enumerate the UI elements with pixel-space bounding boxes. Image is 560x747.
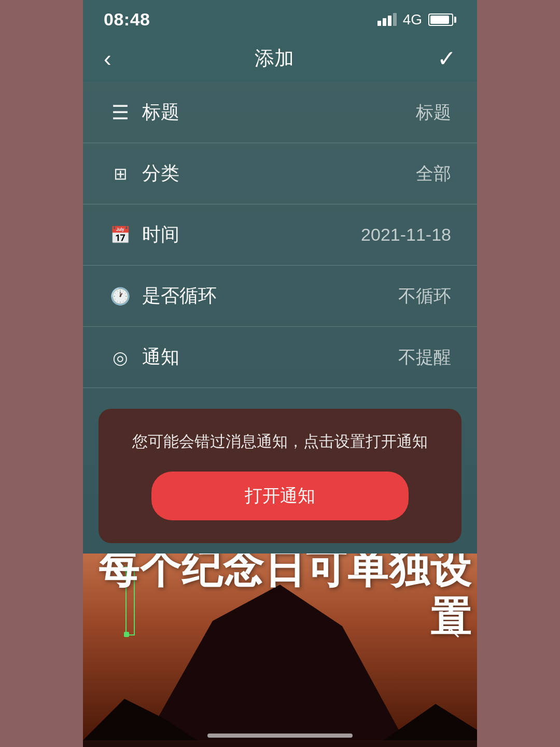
notification-card: 您可能会错过消息通知，点击设置打开通知 打开通知 bbox=[99, 409, 461, 543]
title-icon: ☰ bbox=[109, 101, 132, 124]
page-title: 添加 bbox=[255, 45, 294, 72]
battery-body bbox=[428, 13, 453, 26]
time-icon: 📅 bbox=[109, 225, 132, 245]
network-type: 4G bbox=[403, 11, 422, 28]
nav-bar: ‹ 添加 ✓ bbox=[83, 35, 477, 82]
form-area: ☰ 标题 标题 ⊞ 分类 全部 📅 时间 bbox=[83, 82, 477, 747]
title-row[interactable]: ☰ 标题 标题 bbox=[83, 82, 477, 143]
category-icon: ⊞ bbox=[109, 164, 132, 184]
signal-bars-icon bbox=[377, 13, 397, 26]
time-value: 2021-11-18 bbox=[361, 225, 451, 245]
status-icons: 4G bbox=[377, 11, 456, 28]
signal-bar-3 bbox=[388, 16, 391, 26]
notify-icon: ◎ bbox=[109, 347, 132, 368]
phone-ui: 08:48 4G bbox=[83, 0, 477, 747]
repeat-row-left: 🕐 是否循环 bbox=[109, 283, 217, 309]
repeat-label: 是否循环 bbox=[142, 283, 217, 309]
title-value: 标题 bbox=[416, 101, 451, 125]
status-time: 08:48 bbox=[104, 9, 150, 30]
repeat-row[interactable]: 🕐 是否循环 不循环 bbox=[83, 266, 477, 327]
title-row-left: ☰ 标题 bbox=[109, 100, 179, 125]
category-value: 全部 bbox=[416, 162, 451, 186]
back-button[interactable]: ‹ bbox=[104, 46, 111, 72]
home-indicator bbox=[207, 734, 353, 738]
caption-text: 每个纪念日可单独设置 bbox=[83, 554, 477, 642]
category-row[interactable]: ⊞ 分类 全部 bbox=[83, 143, 477, 204]
time-row[interactable]: 📅 时间 2021-11-18 bbox=[83, 204, 477, 266]
title-label: 标题 bbox=[142, 100, 179, 125]
battery-fill bbox=[430, 16, 449, 24]
signal-bar-1 bbox=[377, 21, 381, 26]
open-notification-button[interactable]: 打开通知 bbox=[151, 472, 409, 520]
signal-bar-2 bbox=[383, 18, 386, 26]
confirm-button[interactable]: ✓ bbox=[437, 45, 456, 72]
status-bar: 08:48 4G bbox=[83, 0, 477, 35]
signal-bar-4 bbox=[393, 13, 397, 26]
repeat-value: 不循环 bbox=[398, 284, 451, 308]
page-background: 08:48 4G bbox=[0, 0, 560, 747]
notify-row-left: ◎ 通知 bbox=[109, 344, 179, 370]
battery-tip bbox=[454, 17, 456, 23]
category-row-left: ⊞ 分类 bbox=[109, 161, 179, 186]
notification-message: 您可能会错过消息通知，点击设置打开通知 bbox=[132, 430, 428, 453]
notify-row[interactable]: ◎ 通知 不提醒 bbox=[83, 327, 477, 388]
bottom-area: 每个纪念日可单独设置 ↖ bbox=[83, 554, 477, 747]
time-row-left: 📅 时间 bbox=[109, 222, 179, 247]
category-label: 分类 bbox=[142, 161, 179, 186]
notify-value: 不提醒 bbox=[398, 345, 451, 369]
time-label: 时间 bbox=[142, 222, 179, 247]
repeat-icon: 🕐 bbox=[109, 286, 132, 306]
battery-icon bbox=[428, 13, 456, 26]
notify-label: 通知 bbox=[142, 344, 179, 370]
phone-frame: 08:48 4G bbox=[83, 0, 477, 747]
